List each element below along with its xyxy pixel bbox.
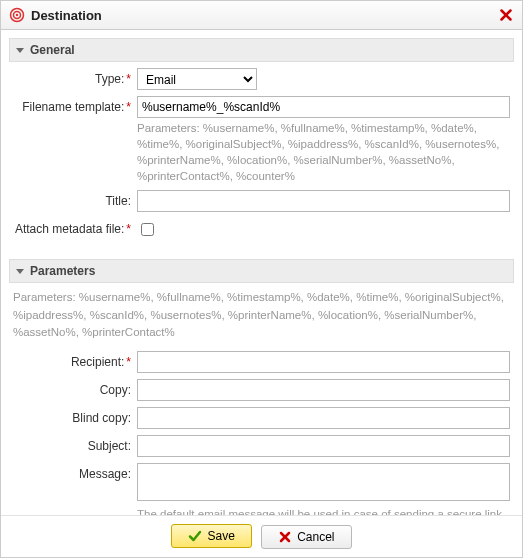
chevron-down-icon (16, 269, 24, 274)
type-select[interactable]: Email (137, 68, 257, 90)
subject-input[interactable] (137, 435, 510, 457)
close-button[interactable] (498, 7, 514, 23)
row-message: Message: The default email message will … (9, 463, 514, 515)
titlebar: Destination (1, 1, 522, 30)
chevron-down-icon (16, 48, 24, 53)
row-attach-metadata: Attach metadata file:* (9, 218, 514, 239)
message-hint: The default email message will be used i… (137, 506, 510, 515)
dialog-title: Destination (31, 8, 498, 23)
section-parameters: Recipient:* Copy: Blind copy: (9, 345, 514, 515)
filename-template-hint: Parameters: %username%, %fullname%, %tim… (137, 120, 510, 184)
copy-input[interactable] (137, 379, 510, 401)
section-header-general[interactable]: General (9, 38, 514, 62)
filename-template-input[interactable] (137, 96, 510, 118)
row-title: Title: (9, 190, 514, 212)
svg-point-2 (16, 14, 18, 16)
parameters-hint: Parameters: %username%, %fullname%, %tim… (9, 283, 514, 345)
section-header-parameters[interactable]: Parameters (9, 259, 514, 283)
recipient-input[interactable] (137, 351, 510, 373)
row-subject: Subject: (9, 435, 514, 457)
title-input[interactable] (137, 190, 510, 212)
check-icon (188, 529, 202, 543)
required-mark: * (126, 222, 131, 236)
label-blind-copy: Blind copy: (9, 407, 137, 425)
label-message: Message: (9, 463, 137, 481)
label-recipient: Recipient:* (9, 351, 137, 369)
attach-metadata-checkbox[interactable] (141, 223, 154, 236)
label-copy: Copy: (9, 379, 137, 397)
label-type: Type:* (9, 68, 137, 86)
destination-dialog: Destination General Type:* Email (0, 0, 523, 558)
required-mark: * (126, 355, 131, 369)
message-textarea[interactable] (137, 463, 510, 501)
label-filename-template: Filename template:* (9, 96, 137, 114)
row-type: Type:* Email (9, 68, 514, 90)
blind-copy-input[interactable] (137, 407, 510, 429)
row-blind-copy: Blind copy: (9, 407, 514, 429)
save-button[interactable]: Save (171, 524, 251, 548)
close-icon (278, 530, 292, 544)
dialog-body: General Type:* Email Filename template:* (1, 30, 522, 515)
label-title: Title: (9, 190, 137, 208)
row-recipient: Recipient:* (9, 351, 514, 373)
target-icon (9, 7, 25, 23)
dialog-footer: Save Cancel (1, 515, 522, 557)
row-copy: Copy: (9, 379, 514, 401)
required-mark: * (126, 100, 131, 114)
section-title-general: General (30, 43, 75, 57)
label-subject: Subject: (9, 435, 137, 453)
required-mark: * (126, 72, 131, 86)
row-filename-template: Filename template:* Parameters: %usernam… (9, 96, 514, 184)
section-general: Type:* Email Filename template:* Paramet… (9, 62, 514, 249)
section-title-parameters: Parameters (30, 264, 95, 278)
cancel-button[interactable]: Cancel (261, 525, 351, 549)
label-attach-metadata: Attach metadata file:* (9, 218, 137, 236)
